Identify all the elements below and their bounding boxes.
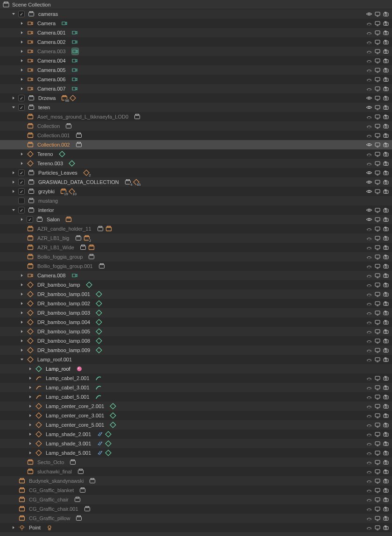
eye-toggle-icon[interactable] <box>366 188 372 195</box>
camera-toggle-icon[interactable] <box>383 487 389 494</box>
camera-toggle-icon[interactable] <box>383 39 389 45</box>
screen-toggle-icon[interactable] <box>374 76 381 83</box>
screen-toggle-icon[interactable] <box>374 85 381 92</box>
outliner-row[interactable]: DR_bamboo_lamp.004 <box>0 317 392 327</box>
outliner-row[interactable]: Camera.004 <box>0 56 392 65</box>
camera-toggle-icon[interactable] <box>383 468 389 475</box>
row-label[interactable]: interior <box>38 207 54 213</box>
screen-toggle-icon[interactable] <box>374 394 381 400</box>
hide-toggle-icon[interactable] <box>366 291 372 297</box>
disclosure-icon[interactable] <box>27 422 34 428</box>
visibility-checkbox[interactable] <box>27 216 33 223</box>
hide-toggle-icon[interactable] <box>366 459 372 465</box>
row-label[interactable]: Camera.004 <box>37 58 66 63</box>
screen-toggle-icon[interactable] <box>374 39 381 45</box>
outliner-row[interactable]: teren <box>0 103 392 112</box>
row-label[interactable]: DR_bamboo_lamp.003 <box>37 310 90 316</box>
outliner-row[interactable]: Lamp_cabel_5.001 <box>0 392 392 402</box>
eye-toggle-icon[interactable] <box>366 104 372 111</box>
screen-toggle-icon[interactable] <box>374 169 381 176</box>
row-label[interactable]: Collection <box>37 123 60 129</box>
camera-toggle-icon[interactable] <box>383 431 389 437</box>
screen-toggle-icon[interactable] <box>374 160 381 167</box>
row-label[interactable]: Tereno.003 <box>37 161 63 166</box>
screen-toggle-icon[interactable] <box>374 384 381 391</box>
disclosure-icon[interactable] <box>19 48 25 55</box>
camera-toggle-icon[interactable] <box>383 524 389 531</box>
row-label[interactable]: Aset_moss_ground_L_tkknaeyfa_LOD0 <box>37 114 128 120</box>
screen-toggle-icon[interactable] <box>374 319 381 325</box>
disclosure-icon[interactable] <box>19 76 25 83</box>
camera-toggle-icon[interactable] <box>383 328 389 335</box>
hide-toggle-icon[interactable] <box>366 123 372 129</box>
eye-toggle-icon[interactable] <box>366 95 372 101</box>
camera-toggle-icon[interactable] <box>383 291 389 297</box>
hide-toggle-icon[interactable] <box>366 515 372 522</box>
outliner-row[interactable]: AZR_LB1_Wide <box>0 243 392 252</box>
screen-toggle-icon[interactable] <box>374 48 381 55</box>
disclosure-icon[interactable] <box>27 394 34 400</box>
row-label[interactable]: Camera.002 <box>37 39 66 45</box>
screen-toggle-icon[interactable] <box>374 496 381 503</box>
camera-toggle-icon[interactable] <box>383 478 389 484</box>
screen-toggle-icon[interactable] <box>374 487 381 494</box>
outliner-row[interactable]: DR_bamboo_lamp.003 <box>0 308 392 317</box>
outliner-row[interactable]: Salon <box>0 215 392 224</box>
camera-toggle-icon[interactable] <box>383 29 389 36</box>
screen-toggle-icon[interactable] <box>374 104 381 111</box>
row-label[interactable]: CG_Graffic_chair <box>29 497 69 502</box>
row-label[interactable]: AZR_LB1_big <box>37 235 70 241</box>
eye-toggle-icon[interactable] <box>366 141 372 148</box>
outliner-row[interactable]: Lamp_shade_2.001 <box>0 430 392 439</box>
screen-toggle-icon[interactable] <box>374 141 381 148</box>
row-label[interactable]: Camera <box>37 21 56 26</box>
screen-toggle-icon[interactable] <box>374 403 381 409</box>
camera-toggle-icon[interactable] <box>383 347 389 353</box>
screen-toggle-icon[interactable] <box>374 216 381 223</box>
screen-toggle-icon[interactable] <box>374 113 381 120</box>
screen-toggle-icon[interactable] <box>374 188 381 195</box>
screen-toggle-icon[interactable] <box>374 468 381 475</box>
row-label[interactable]: Bollio_foggia_group.001 <box>37 263 93 269</box>
hide-toggle-icon[interactable] <box>366 478 372 484</box>
eye-toggle-icon[interactable] <box>366 179 372 185</box>
row-label[interactable]: Camera.008 <box>37 273 66 278</box>
row-label[interactable]: DR_bamboo_lamp.008 <box>37 338 90 344</box>
hide-toggle-icon[interactable] <box>366 338 372 344</box>
disclosure-icon[interactable] <box>10 11 17 17</box>
screen-toggle-icon[interactable] <box>374 412 381 419</box>
outliner-row[interactable]: Aset_moss_ground_L_tkknaeyfa_LOD0 <box>0 112 392 121</box>
disclosure-icon[interactable] <box>10 188 17 195</box>
row-label[interactable]: DR_bamboo_lamp <box>37 282 80 288</box>
hide-toggle-icon[interactable] <box>366 39 372 45</box>
camera-toggle-icon[interactable] <box>383 95 389 101</box>
row-label[interactable]: Lamp_cabel_2.001 <box>46 375 90 381</box>
camera-toggle-icon[interactable] <box>383 113 389 120</box>
screen-toggle-icon[interactable] <box>374 375 381 381</box>
hide-toggle-icon[interactable] <box>366 76 372 83</box>
camera-toggle-icon[interactable] <box>383 244 389 251</box>
outliner-row[interactable]: DR_bamboo_lamp.002 <box>0 299 392 308</box>
camera-toggle-icon[interactable] <box>383 160 389 167</box>
outliner-row[interactable]: DR_bamboo_lamp.005 <box>0 327 392 336</box>
camera-toggle-icon[interactable] <box>383 300 389 307</box>
camera-toggle-icon[interactable] <box>383 132 389 139</box>
row-label[interactable]: Bollio_foggia_group <box>37 254 83 260</box>
hide-toggle-icon[interactable] <box>366 282 372 288</box>
disclosure-icon[interactable] <box>27 366 34 372</box>
camera-toggle-icon[interactable] <box>383 282 389 288</box>
hide-toggle-icon[interactable] <box>366 113 372 120</box>
camera-toggle-icon[interactable] <box>383 85 389 92</box>
hide-toggle-icon[interactable] <box>366 403 372 409</box>
outliner-row[interactable]: Lamp_cabel_2.001 <box>0 374 392 383</box>
screen-toggle-icon[interactable] <box>374 235 381 241</box>
outliner-row[interactable]: Camera <box>0 19 392 28</box>
screen-toggle-icon[interactable] <box>374 515 381 522</box>
hide-toggle-icon[interactable] <box>366 524 372 531</box>
visibility-checkbox[interactable] <box>18 11 25 17</box>
disclosure-icon[interactable] <box>19 300 25 307</box>
camera-toggle-icon[interactable] <box>383 169 389 176</box>
camera-toggle-icon[interactable] <box>383 450 389 456</box>
camera-toggle-icon[interactable] <box>383 319 389 325</box>
outliner-row[interactable]: Lamp_center_core_2.001 <box>0 402 392 411</box>
